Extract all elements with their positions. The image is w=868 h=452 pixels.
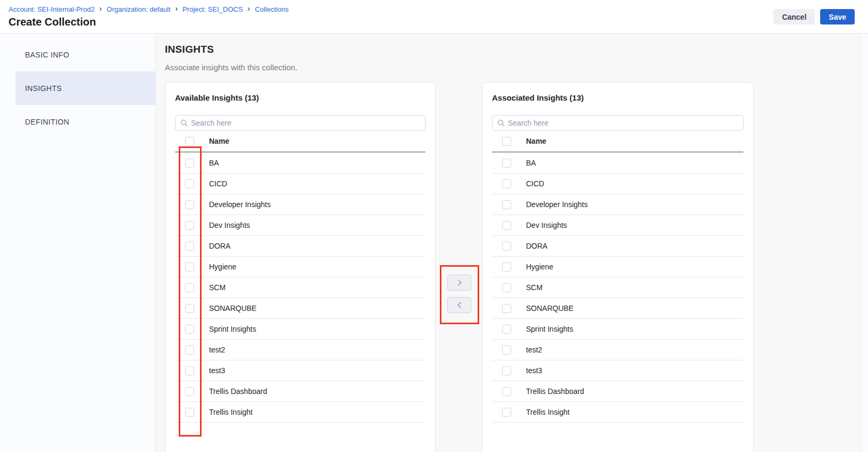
chevron-right-icon	[456, 280, 463, 286]
row-checkbox[interactable]	[185, 159, 194, 168]
row-checkbox[interactable]	[185, 283, 194, 292]
table-row[interactable]: Trellis Insight	[175, 402, 425, 423]
row-checkbox[interactable]	[185, 346, 194, 355]
table-row[interactable]: SONARQUBE	[175, 298, 425, 319]
breadcrumb-link[interactable]: Account: SEI-Internal-Prod2	[9, 5, 95, 13]
insight-name: Sprint Insights	[209, 325, 256, 333]
row-checkbox[interactable]	[502, 221, 511, 230]
table-row[interactable]: CICD	[492, 174, 744, 194]
section-title: INSIGHTS	[165, 44, 214, 55]
table-row[interactable]: Trellis Dashboard	[175, 381, 425, 402]
insight-name: test2	[526, 346, 542, 354]
page-header: Account: SEI-Internal-Prod2›Organization…	[0, 0, 868, 34]
associated-search-box	[492, 115, 744, 131]
table-row[interactable]: Hygiene	[492, 257, 744, 277]
chevron-left-icon	[456, 302, 463, 308]
table-row[interactable]: SCM	[175, 277, 425, 298]
sidebar-item-insights[interactable]: INSIGHTS	[15, 71, 155, 105]
table-row[interactable]: Dev Insights	[175, 215, 425, 236]
breadcrumb-link[interactable]: Organization: default	[107, 5, 171, 13]
row-checkbox[interactable]	[185, 242, 194, 251]
save-button[interactable]: Save	[820, 9, 855, 24]
table-row[interactable]: BA	[175, 153, 425, 174]
row-checkbox[interactable]	[502, 262, 511, 272]
row-checkbox[interactable]	[502, 159, 511, 168]
vertical-scrollbar-track[interactable]	[860, 34, 868, 452]
table-row[interactable]: test3	[175, 360, 425, 381]
available-select-all-checkbox[interactable]	[185, 137, 194, 146]
table-row[interactable]: test2	[492, 340, 744, 360]
associated-select-all-checkbox[interactable]	[502, 137, 511, 146]
row-checkbox[interactable]	[185, 387, 194, 396]
table-row[interactable]: Sprint Insights	[492, 319, 744, 340]
row-checkbox[interactable]	[502, 325, 511, 334]
insight-name: BA	[526, 159, 536, 167]
insight-name: Dev Insights	[209, 221, 250, 229]
row-checkbox[interactable]	[502, 304, 511, 313]
table-row[interactable]: Dev Insights	[492, 215, 744, 236]
table-row[interactable]: Hygiene	[175, 257, 425, 277]
table-row[interactable]: SCM	[492, 277, 744, 298]
row-checkbox[interactable]	[502, 179, 511, 188]
table-row[interactable]: Sprint Insights	[175, 319, 425, 340]
wizard-sidebar: BASIC INFOINSIGHTSDEFINITION	[0, 34, 156, 452]
insight-name: Developer Insights	[209, 200, 271, 209]
move-right-button[interactable]	[447, 275, 471, 291]
search-icon	[180, 119, 188, 127]
breadcrumb: Account: SEI-Internal-Prod2›Organization…	[9, 5, 289, 13]
table-row[interactable]: Developer Insights	[492, 194, 744, 215]
insight-name: SONARQUBE	[526, 304, 573, 313]
table-row[interactable]: test3	[492, 360, 744, 381]
insight-name: Hygiene	[209, 262, 236, 271]
breadcrumb-link[interactable]: Collections	[255, 5, 289, 13]
available-search-input[interactable]	[191, 119, 420, 127]
search-icon	[497, 119, 505, 127]
insight-name: Trellis Insight	[209, 408, 253, 416]
table-row[interactable]: DORA	[175, 236, 425, 257]
create-collection-page: Account: SEI-Internal-Prod2›Organization…	[0, 0, 868, 452]
move-left-button[interactable]	[447, 297, 471, 313]
breadcrumb-separator-icon: ›	[248, 4, 251, 13]
row-checkbox[interactable]	[502, 346, 511, 355]
row-checkbox[interactable]	[502, 366, 511, 375]
table-row[interactable]: Trellis Dashboard	[492, 381, 744, 402]
breadcrumb-separator-icon: ›	[176, 4, 178, 13]
row-checkbox[interactable]	[502, 283, 511, 292]
row-checkbox[interactable]	[185, 304, 194, 313]
row-checkbox[interactable]	[185, 325, 194, 334]
breadcrumb-separator-icon: ›	[99, 4, 102, 13]
table-row[interactable]: SONARQUBE	[492, 298, 744, 319]
breadcrumb-link[interactable]: Project: SEI_DOCS	[182, 5, 243, 13]
insight-name: BA	[209, 159, 219, 167]
insight-name: Trellis Dashboard	[209, 387, 267, 396]
associated-search-input[interactable]	[508, 119, 738, 127]
insight-name: SCM	[526, 283, 542, 292]
insight-name: test2	[209, 346, 225, 354]
insight-name: Dev Insights	[526, 221, 567, 229]
table-row[interactable]: BA	[492, 153, 744, 174]
row-checkbox[interactable]	[502, 200, 511, 209]
insight-name: Developer Insights	[526, 200, 588, 209]
table-row[interactable]: CICD	[175, 174, 425, 194]
row-checkbox[interactable]	[185, 200, 194, 209]
row-checkbox[interactable]	[185, 408, 194, 417]
cancel-button[interactable]: Cancel	[773, 9, 815, 24]
table-row[interactable]: test2	[175, 340, 425, 360]
row-checkbox[interactable]	[185, 366, 194, 375]
associated-insights-panel: Associated Insights (13) Name BACICDDeve…	[482, 82, 754, 452]
row-checkbox[interactable]	[185, 179, 194, 188]
table-row[interactable]: Developer Insights	[175, 194, 425, 215]
insight-name: Trellis Insight	[526, 408, 570, 416]
name-column-header: Name	[209, 137, 229, 145]
table-row[interactable]: Trellis Insight	[492, 402, 744, 423]
associated-table-header: Name	[492, 131, 744, 151]
sidebar-item-definition[interactable]: DEFINITION	[0, 105, 155, 138]
insight-name: CICD	[209, 179, 227, 188]
row-checkbox[interactable]	[185, 221, 194, 230]
row-checkbox[interactable]	[502, 242, 511, 251]
row-checkbox[interactable]	[502, 408, 511, 417]
sidebar-item-basic-info[interactable]: BASIC INFO	[0, 38, 155, 71]
row-checkbox[interactable]	[185, 262, 194, 272]
row-checkbox[interactable]	[502, 387, 511, 396]
table-row[interactable]: DORA	[492, 236, 744, 257]
